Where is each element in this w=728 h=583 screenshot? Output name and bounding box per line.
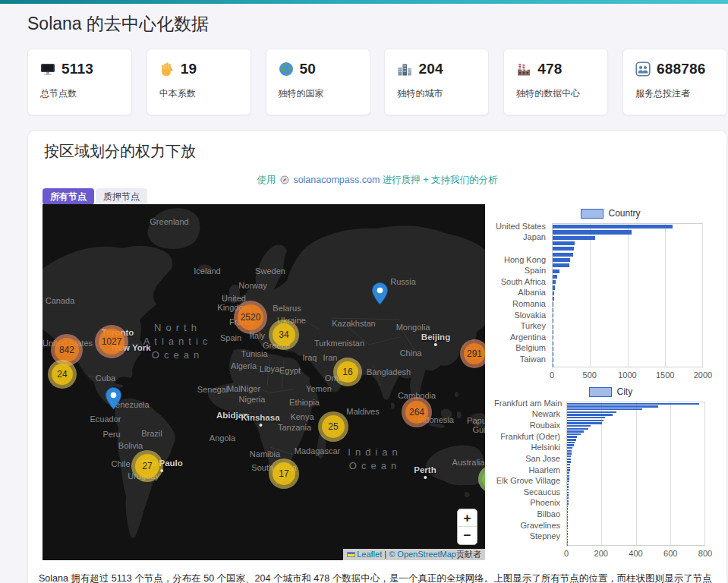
chart-bar [567, 433, 581, 435]
cluster-count: 25 [328, 421, 338, 432]
stat-card: 5113总节点数 [27, 49, 132, 115]
chart-axis-label: Phoenix [494, 497, 560, 508]
map-pin-marker[interactable] [372, 282, 388, 305]
promo-suffix: 进行质押 + 支持我们的分析 [383, 175, 498, 185]
cluster-marker[interactable]: 264 [402, 397, 432, 427]
promo-prefix: 使用 [257, 175, 276, 185]
chart-bar [567, 511, 568, 512]
accent-top-bar [0, 0, 728, 4]
country-bar-chart: CountryUnited StatesJapanHong KongSpainS… [494, 204, 728, 380]
chart-axis-label: Elk Grove Village [494, 475, 560, 486]
cluster-count: 24 [57, 369, 67, 380]
cluster-marker[interactable]: 25 [318, 411, 348, 442]
osm-link[interactable]: © OpenStreetMap [389, 550, 456, 559]
chart-plot-area [552, 223, 703, 367]
chart-bar [567, 417, 605, 418]
tab-0[interactable]: 所有节点 [43, 188, 94, 205]
world-map[interactable]: GreenlandIcelandNorwaySwedenCanadaUnited… [43, 204, 485, 560]
stat-label: 中本系数 [159, 87, 238, 100]
cluster-marker[interactable]: 2520 [234, 301, 267, 334]
chart-bar [567, 522, 568, 524]
cluster-count: 842 [59, 345, 74, 355]
stat-label: 总节点数 [40, 87, 119, 100]
cluster-count: 2520 [241, 312, 261, 323]
cluster-marker[interactable]: 34 [269, 320, 299, 350]
chart-axis-label: Frankfurt (Oder) [494, 431, 560, 442]
cluster-marker[interactable]: 17 [269, 459, 299, 489]
chart-bar [567, 405, 658, 407]
chart-bar [553, 292, 554, 295]
chart-bar [553, 275, 557, 279]
chart-bar [553, 269, 559, 273]
tab-1[interactable]: 质押节点 [96, 188, 147, 205]
zoom-out-button[interactable]: − [458, 527, 477, 544]
map-pin-marker[interactable] [106, 387, 121, 410]
cluster-marker[interactable]: 27 [131, 450, 163, 482]
stat-label: 独特的数据中心 [516, 87, 595, 100]
chart-bar [567, 411, 616, 413]
chart-bar [567, 436, 577, 437]
chart-bar [567, 477, 569, 479]
summary-footnote: Solana 拥有超过 5113 个节点，分布在 50 个国家、204 个城市和… [39, 572, 719, 583]
gridline [670, 402, 671, 545]
chart-bar [567, 469, 570, 471]
chart-bar [567, 492, 569, 493]
chart-bar [553, 230, 632, 234]
cluster-count: 34 [279, 329, 288, 340]
chart-axis-label: Secaucus [494, 487, 560, 497]
chart-bar [553, 247, 574, 251]
decentralization-panel: 按区域划分的权力下放 使用 solanacompass.com 进行质押 + 支… [27, 130, 727, 583]
chart-axis-label: Newark [494, 408, 560, 419]
chart-bar [567, 422, 602, 424]
chart-axis-label: San Jose [494, 453, 560, 464]
chart-bar [567, 447, 572, 449]
chart-bar [567, 500, 569, 502]
chart-bar [567, 428, 588, 430]
chart-tick-label: 1500 [650, 370, 680, 380]
chart-bar [567, 459, 571, 460]
chart-axis-label: Bilbao [494, 509, 560, 519]
chart-axis-label: Japan [494, 232, 546, 242]
chart-bar [553, 330, 553, 334]
chart-bar [567, 467, 570, 468]
map-zoom-control: + − [457, 509, 477, 545]
city-bar-chart: CityFrankfurt am MainNewarkRoubaixFrankf… [494, 383, 728, 563]
stat-value: 5113 [61, 61, 93, 77]
gridline [702, 224, 703, 367]
chart-axis-label: Gravelines [494, 520, 560, 531]
chart-axis-label: Slovakia [494, 310, 546, 320]
chart-bar [567, 442, 575, 443]
legend-swatch-icon [581, 209, 604, 219]
chart-bar [567, 486, 569, 487]
chart-bar [567, 528, 568, 529]
map-attribution: Leaflet | © OpenStreetMap贡献者 [343, 549, 485, 560]
leaflet-flag-icon [347, 552, 355, 557]
chart-bar [553, 258, 570, 262]
zoom-in-button[interactable]: + [458, 509, 477, 527]
cluster-marker[interactable]: 1027 [95, 325, 128, 358]
chart-axis-label: Stepney [494, 531, 560, 541]
chart-bar [567, 489, 569, 490]
chart-bar [567, 455, 571, 457]
chart-tick-label: 400 [621, 549, 651, 558]
chart-axis-label: South Africa [494, 276, 546, 287]
chart-bar [567, 533, 568, 534]
cluster-marker[interactable]: 291 [460, 339, 485, 368]
attribution-suffix: 贡献者 [456, 550, 481, 559]
cluster-marker[interactable]: 24 [48, 360, 77, 389]
leaflet-link[interactable]: Leaflet [357, 550, 382, 559]
stat-label: 独特的城市 [397, 87, 476, 100]
chart-axis-label: Romania [494, 298, 546, 309]
cluster-marker[interactable]: 16 [333, 358, 362, 386]
cluster-count: 27 [142, 461, 152, 471]
map-tabs: 所有节点质押节点 [43, 188, 147, 205]
chart-bar [567, 519, 568, 521]
chart-bar [553, 314, 553, 317]
chart-axis-label: Frankfurt am Main [494, 398, 560, 408]
chart-legend: City [589, 386, 633, 397]
solanacompass-link[interactable]: solanacompass.com [293, 175, 380, 185]
promo-line: 使用 solanacompass.com 进行质押 + 支持我们的分析 [28, 174, 726, 187]
stat-label: 独特的国家 [279, 87, 358, 100]
chart-bar [567, 444, 574, 446]
chart-bar [553, 225, 673, 228]
